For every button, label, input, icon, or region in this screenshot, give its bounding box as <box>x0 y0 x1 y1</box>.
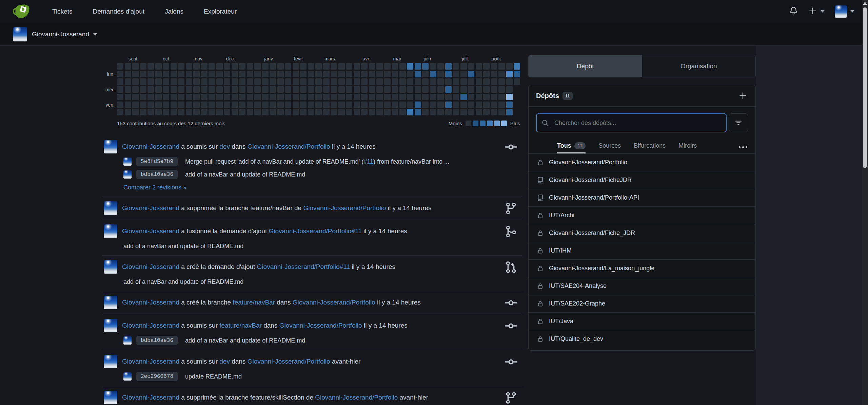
commit-msg-link[interactable]: #11 <box>363 158 373 165</box>
repo-filter-bifurcations[interactable]: Bifurcations <box>634 142 666 153</box>
feed-link[interactable]: Giovanni-Josserand/Portfolio#11 <box>269 227 361 235</box>
feed-link[interactable]: Giovanni-Josserand/Portfolio <box>303 204 386 211</box>
user-avatar[interactable] <box>104 201 117 215</box>
feed-link[interactable]: dev <box>219 358 230 365</box>
feed-link[interactable]: Giovanni-Josserand <box>122 299 179 306</box>
feed-link[interactable]: Giovanni-Josserand <box>122 358 179 365</box>
repos-panel-header: Dépôts 11 <box>529 85 755 107</box>
nav-item-demandes-d-ajout[interactable]: Demandes d'ajout <box>84 4 153 19</box>
heatmap-cell <box>171 102 177 108</box>
commit-sha-link[interactable]: bdba10ae36 <box>136 336 178 345</box>
repo-list-item[interactable]: IUT/SAE204-Analyse <box>529 277 755 295</box>
heatmap-cell <box>300 78 307 85</box>
heatmap-cell <box>132 102 139 108</box>
heatmap-cell <box>254 86 261 93</box>
repo-list-item[interactable]: Giovanni-Josserand/Portfolio-API <box>529 189 755 206</box>
heatmap-cell <box>445 94 452 100</box>
nav-item-tickets[interactable]: Tickets <box>44 4 80 19</box>
add-repo-button[interactable] <box>738 91 748 101</box>
heatmap-cell <box>201 109 208 115</box>
repo-list-item[interactable]: IUT/SAE202-Graphe <box>529 295 755 312</box>
heatmap-cell <box>399 102 406 108</box>
repo-list-item[interactable]: IUT/Java <box>529 312 755 330</box>
repo-list-item[interactable]: Giovanni-Josserand/Portfolio <box>529 153 755 171</box>
ellipsis-menu-button[interactable] <box>739 146 747 153</box>
heatmap-cell <box>346 71 352 77</box>
repo-filter-sources[interactable]: Sources <box>598 142 621 153</box>
user-avatar[interactable] <box>104 260 117 274</box>
repo-list-item[interactable]: IUT/IHM <box>529 242 755 259</box>
user-avatar[interactable] <box>104 296 117 309</box>
scrollbar-thumb[interactable] <box>863 7 867 168</box>
filter-button[interactable] <box>729 113 748 132</box>
feed-link[interactable]: Giovanni-Josserand <box>122 322 179 329</box>
heatmap-cell <box>476 109 482 115</box>
feed-link[interactable]: Giovanni-Josserand/Portfolio <box>279 322 362 329</box>
notifications-button[interactable] <box>789 6 798 17</box>
feed-text: a supprimée la branche feature/skillSect… <box>179 394 315 401</box>
feed-entry-header: Giovanni-Josserand a créé la branche fea… <box>104 296 492 309</box>
switcher-tab-organisation[interactable]: Organisation <box>642 55 756 77</box>
gitea-logo[interactable] <box>13 3 31 20</box>
heatmap-cell <box>338 94 345 100</box>
heatmap-cell <box>178 78 184 85</box>
scroll-up-arrow-icon[interactable] <box>863 2 867 5</box>
heatmap-cell <box>506 63 513 70</box>
heatmap-cell <box>430 78 436 85</box>
commit-sha-link[interactable]: 2ec2960678 <box>136 372 178 381</box>
heatmap-cell <box>354 86 360 93</box>
repo-list-item[interactable]: IUT/Qualite_de_dev <box>529 330 755 348</box>
heatmap-cell <box>354 94 360 100</box>
repo-filter-tous[interactable]: Tous11 <box>557 142 586 153</box>
heatmap-cell <box>430 86 436 93</box>
user-avatar[interactable] <box>104 391 117 404</box>
page-scrollbar[interactable] <box>862 0 868 405</box>
nav-item-jalons[interactable]: Jalons <box>157 4 192 19</box>
user-avatar[interactable] <box>104 319 117 332</box>
repo-list-item[interactable]: Giovanni-Josserand/La_maison_jungle <box>529 259 755 277</box>
nav-item-explorateur[interactable]: Explorateur <box>196 4 245 19</box>
heatmap-cell <box>209 109 215 115</box>
feed-link[interactable]: Giovanni-Josserand/Portfolio <box>248 143 330 150</box>
feed-link[interactable]: Giovanni-Josserand/Portfolio <box>293 299 375 306</box>
feed-link[interactable]: Giovanni-Josserand/Portfolio#11 <box>257 263 350 270</box>
repo-list-item[interactable]: IUT/Archi <box>529 206 755 224</box>
commit-sha-link[interactable]: 5e8fd5e7b9 <box>136 157 178 166</box>
feed-link[interactable]: Giovanni-Josserand <box>122 263 179 270</box>
feed-link[interactable]: Giovanni-Josserand/Portfolio <box>248 358 330 365</box>
feed-link[interactable]: feature/navBar <box>233 299 275 306</box>
feed-link[interactable]: Giovanni-Josserand <box>122 394 179 401</box>
heatmap-cell <box>270 63 276 70</box>
create-new-button[interactable] <box>808 6 825 17</box>
user-avatar[interactable] <box>104 140 117 153</box>
profile-name-dropdown[interactable]: Giovanni-Josserand <box>32 31 89 38</box>
switcher-tab-d-p-t[interactable]: Dépôt <box>529 55 642 77</box>
heatmap-cell <box>369 78 375 85</box>
user-avatar[interactable] <box>104 224 117 238</box>
feed-link[interactable]: Giovanni-Josserand <box>122 143 179 150</box>
profile-avatar[interactable] <box>13 27 27 41</box>
commit-author-avatar <box>123 372 132 381</box>
heatmap-cell <box>498 109 505 115</box>
repo-list-item[interactable]: Giovanni-Josserand/FicheJDR <box>529 171 755 189</box>
feed-link[interactable]: dev <box>219 143 230 150</box>
heatmap-cell <box>209 94 215 100</box>
chevron-down-icon[interactable] <box>93 33 97 36</box>
heatmap-cell <box>163 86 169 93</box>
feed-link[interactable]: Giovanni-Josserand <box>122 204 179 211</box>
user-avatar[interactable] <box>104 355 117 368</box>
heatmap-cell <box>315 71 322 77</box>
feed-link[interactable]: Giovanni-Josserand/Portfolio <box>315 394 398 401</box>
feed-link[interactable]: feature/navBar <box>219 322 262 329</box>
heatmap-cell <box>300 86 307 93</box>
commit-sha-link[interactable]: bdba10ae36 <box>136 170 178 179</box>
feed-link[interactable]: Giovanni-Josserand <box>122 227 179 235</box>
repo-filter-miroirs[interactable]: Miroirs <box>678 142 697 153</box>
repo-name: Giovanni-Josserand/Fiche_JDR <box>549 229 635 237</box>
heatmap-cell <box>483 78 490 85</box>
search-repos-input[interactable] <box>536 113 727 132</box>
user-menu-button[interactable] <box>835 5 854 18</box>
repo-list-item[interactable]: Giovanni-Josserand/Fiche_JDR <box>529 224 755 242</box>
heatmap-cell <box>399 63 406 70</box>
compare-revisions-link[interactable]: Comparer 2 révisions » <box>123 184 186 191</box>
